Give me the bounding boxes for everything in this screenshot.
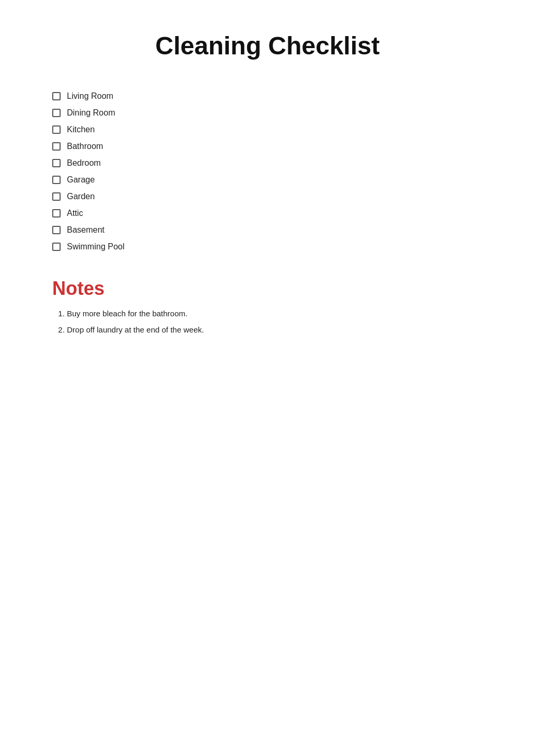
checkbox-swimming-pool[interactable]	[52, 243, 61, 251]
checklist-item[interactable]: Swimming Pool	[52, 242, 493, 251]
notes-section: Notes Buy more bleach for the bathroom.D…	[42, 278, 493, 336]
checklist-label: Garage	[67, 175, 95, 185]
checklist-label: Garden	[67, 192, 95, 201]
page-title: Cleaning Checklist	[42, 31, 493, 60]
checklist-section: Living RoomDining RoomKitchenBathroomBed…	[42, 91, 493, 251]
checkbox-garage[interactable]	[52, 176, 61, 184]
checklist-item[interactable]: Garden	[52, 192, 493, 201]
checklist-item[interactable]: Kitchen	[52, 125, 493, 134]
checkbox-attic[interactable]	[52, 209, 61, 217]
checklist-item[interactable]: Attic	[52, 209, 493, 218]
checkbox-garden[interactable]	[52, 192, 61, 201]
checklist-label: Attic	[67, 209, 83, 218]
checkbox-bedroom[interactable]	[52, 159, 61, 167]
checklist-item[interactable]: Bathroom	[52, 142, 493, 151]
checklist-label: Basement	[67, 225, 104, 235]
checklist-label: Bathroom	[67, 142, 103, 151]
checklist-label: Swimming Pool	[67, 242, 124, 251]
note-item: Buy more bleach for the bathroom.	[67, 308, 493, 320]
notes-title: Notes	[52, 278, 493, 300]
note-item: Drop off laundry at the end of the week.	[67, 324, 493, 336]
checkbox-living-room[interactable]	[52, 92, 61, 100]
checklist-item[interactable]: Dining Room	[52, 108, 493, 118]
checklist-label: Kitchen	[67, 125, 95, 134]
checklist-label: Living Room	[67, 91, 113, 101]
checklist-item[interactable]: Bedroom	[52, 158, 493, 168]
checklist-item[interactable]: Living Room	[52, 91, 493, 101]
checklist-label: Bedroom	[67, 158, 101, 168]
checklist-item[interactable]: Basement	[52, 225, 493, 235]
checkbox-dining-room[interactable]	[52, 109, 61, 117]
checklist-label: Dining Room	[67, 108, 115, 118]
notes-list: Buy more bleach for the bathroom.Drop of…	[52, 308, 493, 336]
checkbox-kitchen[interactable]	[52, 125, 61, 134]
checkbox-basement[interactable]	[52, 226, 61, 234]
checkbox-bathroom[interactable]	[52, 142, 61, 151]
checklist-item[interactable]: Garage	[52, 175, 493, 185]
